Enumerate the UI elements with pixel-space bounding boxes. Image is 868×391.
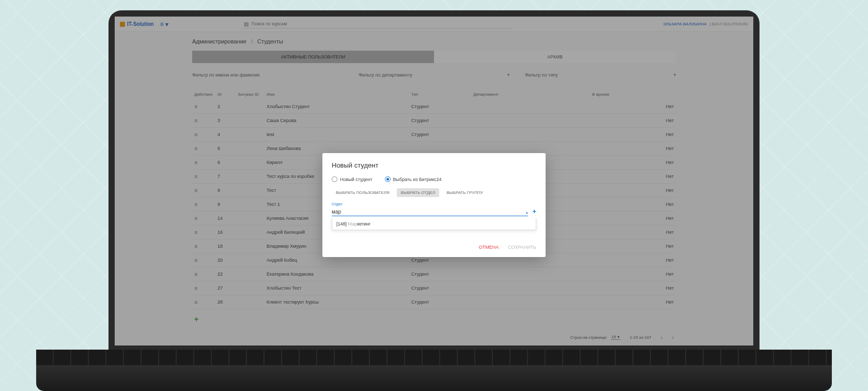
modal-tab-user[interactable]: ВЫБРАТЬ ПОЛЬЗОВАТЕЛЯ [332, 188, 394, 197]
dept-option-marketing[interactable]: [148] Маркетинг [336, 221, 532, 227]
laptop-mockup: IT-Solution ≡ ▾ ▤ Поиск по курсам ЭЛЬЗАР… [98, 0, 770, 391]
radio-bitrix-label: Выбрать из Битрикс24 [393, 177, 442, 182]
save-button[interactable]: СОХРАНИТЬ [508, 245, 536, 250]
modal-tab-group[interactable]: ВЫБРАТЬ ГРУППУ [442, 188, 487, 197]
option-match: Мар [348, 221, 358, 227]
student-source-radio-group: Новый студент Выбрать из Битрикс24 [332, 176, 536, 182]
modal-tab-dept[interactable]: ВЫБРАТЬ ОТДЕЛ [397, 188, 439, 197]
laptop-bezel: IT-Solution ≡ ▾ ▤ Поиск по курсам ЭЛЬЗАР… [109, 10, 760, 352]
dept-field-label: Отдел [332, 202, 528, 206]
modal-title: Новый студент [332, 161, 536, 169]
cancel-button[interactable]: ОТМЕНА [479, 245, 499, 250]
modal-actions: ОТМЕНА СОХРАНИТЬ [332, 245, 536, 250]
option-rest: кетинг [357, 221, 370, 227]
radio-icon [385, 176, 391, 182]
laptop-base [36, 350, 832, 391]
dept-field: Отдел ▴ [332, 202, 528, 216]
dept-autocomplete-dropdown: [148] Маркетинг [332, 218, 536, 230]
radio-new-label: Новый студент [340, 177, 373, 182]
dropdown-arrow-icon[interactable]: ▴ [526, 210, 528, 215]
app-screen: IT-Solution ≡ ▾ ▤ Поиск по курсам ЭЛЬЗАР… [115, 17, 753, 345]
dept-field-row: Отдел ▴ + [332, 202, 536, 216]
radio-icon [332, 176, 337, 182]
option-id: [148] [336, 221, 348, 227]
modal-select-tabs: ВЫБРАТЬ ПОЛЬЗОВАТЕЛЯ ВЫБРАТЬ ОТДЕЛ ВЫБРА… [332, 188, 536, 197]
add-dept-button[interactable]: + [532, 207, 536, 216]
new-student-modal: Новый студент Новый студент Выбрать из Б… [322, 153, 546, 257]
dept-autocomplete-input[interactable] [332, 208, 528, 216]
radio-new-student[interactable]: Новый студент [332, 176, 373, 182]
radio-from-bitrix[interactable]: Выбрать из Битрикс24 [385, 176, 442, 182]
